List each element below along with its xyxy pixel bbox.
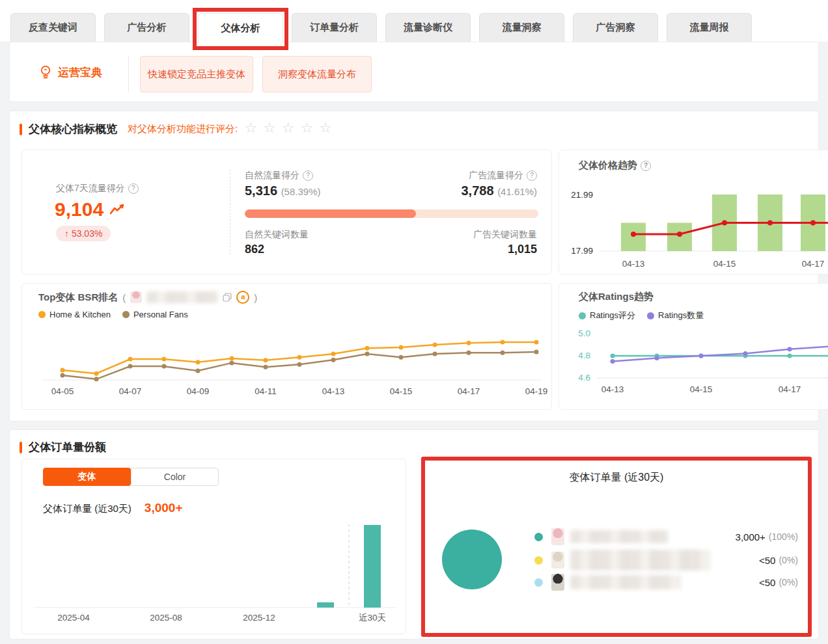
organic-score-label: 自然流量得分? xyxy=(245,170,313,181)
tab-ad-insight[interactable]: 广告洞察 xyxy=(573,13,658,42)
tab-order-volume-analysis[interactable]: 订单量分析 xyxy=(292,13,377,42)
svg-text:2025-04: 2025-04 xyxy=(57,613,90,623)
quick-lock-variant-button[interactable]: 快速锁定竞品主推变体 xyxy=(140,56,253,92)
core-metrics-title: 父体核心指标概览 xyxy=(29,122,117,137)
help-icon[interactable]: ? xyxy=(641,161,651,171)
operations-guide: 运营宝典 xyxy=(38,64,102,80)
svg-text:21.99: 21.99 xyxy=(571,190,593,200)
paren: ) xyxy=(254,292,257,303)
operations-guide-panel: 运营宝典 快速锁定竞品主推变体 洞察变体流量分布 xyxy=(9,42,819,102)
toolbar-divider xyxy=(128,55,129,92)
tab-label: 订单量分析 xyxy=(310,21,359,34)
page: 反查关键词 广告分析 父体分析 订单量分析 流量诊断仪 流量洞察 广告洞察 流量… xyxy=(0,0,828,644)
ad-keyword-value: 1,015 xyxy=(508,243,537,256)
svg-text:04-11: 04-11 xyxy=(255,386,277,396)
amazon-link-icon[interactable]: a xyxy=(236,291,249,304)
progress-fill xyxy=(245,209,416,218)
traffic-score-card: 父体7天流量得分? 9,104 ↑ 53.03% 自然流量得分? 广告流量得分?… xyxy=(21,150,552,275)
paren: ( xyxy=(122,292,126,303)
star-icon[interactable]: ☆ xyxy=(263,121,276,135)
help-icon[interactable]: ? xyxy=(527,170,537,181)
order-share-header: 父体订单量份额 xyxy=(20,440,106,455)
button-label: 快速锁定竞品主推变体 xyxy=(148,68,245,81)
tab-reverse-keyword-lookup[interactable]: 反查关键词 xyxy=(10,13,96,42)
svg-text:17.99: 17.99 xyxy=(571,246,593,256)
orders-bar-chart: 2025-042025-082025-12近30天 xyxy=(22,521,407,632)
variant-orders-pct: (0%) xyxy=(779,555,798,565)
tab-traffic-diagnostic[interactable]: 流量诊断仪 xyxy=(385,13,471,42)
title-text: 父体价格趋势 xyxy=(579,159,637,170)
legend-item-ratings-count: Ratings数量 xyxy=(647,310,704,321)
svg-text:04-15: 04-15 xyxy=(713,259,736,269)
core-metrics-header: 父体核心指标概览 对父体分析功能进行评分: ☆☆☆☆☆ xyxy=(20,122,338,137)
button-label: 洞察变体流量分布 xyxy=(278,68,356,81)
operations-guide-title: 运营宝典 xyxy=(58,65,102,80)
svg-text:04-17: 04-17 xyxy=(779,384,801,394)
star-icon[interactable]: ☆ xyxy=(319,121,332,135)
ad-score-value: 3,788 (41.61%) xyxy=(462,183,538,198)
label-text: 父体7天流量得分 xyxy=(56,183,125,193)
blurred-product-name xyxy=(570,530,668,543)
bsr-title-row: Top变体 BSR排名 ( a ) xyxy=(38,291,257,304)
traffic-split-progress xyxy=(245,209,538,218)
legend-dot xyxy=(534,556,543,565)
help-icon[interactable]: ? xyxy=(303,170,313,181)
parent-orders-value: 3,000+ xyxy=(145,501,183,515)
tab-label: 流量诊断仪 xyxy=(404,21,452,34)
toggle-variant[interactable]: 变体 xyxy=(43,468,131,486)
variant-orders-pie-chart xyxy=(442,530,502,589)
parent-orders-row: 父体订单量 (近30天) 3,000+ xyxy=(43,501,183,515)
toggle-label: 变体 xyxy=(78,471,96,483)
variant-traffic-distribution-button[interactable]: 洞察变体流量分布 xyxy=(262,56,372,92)
orders-toggle: 变体 Color xyxy=(43,468,219,486)
legend-label: Personal Fans xyxy=(133,310,188,319)
variant-orders-value: <50 xyxy=(759,555,775,566)
label-text: 自然流量得分 xyxy=(245,170,299,180)
trend-chart-icon[interactable] xyxy=(109,202,126,217)
label-text: 广告流量得分 xyxy=(469,170,523,180)
svg-text:04-13: 04-13 xyxy=(622,259,645,269)
svg-text:04-13: 04-13 xyxy=(601,384,624,394)
variant-orders-value: 3,000+ xyxy=(736,531,766,543)
tab-ad-analysis[interactable]: 广告分析 xyxy=(104,13,189,42)
value-pct: (41.61%) xyxy=(497,186,537,197)
tab-traffic-weekly-report[interactable]: 流量周报 xyxy=(667,13,752,42)
variant-orders-pct: (0%) xyxy=(779,577,798,587)
svg-text:5.0: 5.0 xyxy=(578,329,590,338)
blurred-product-name xyxy=(146,291,218,303)
tab-traffic-insight[interactable]: 流量洞察 xyxy=(479,13,564,42)
change-badge-text: ↑ 53.03% xyxy=(56,226,111,241)
tab-parent-analysis[interactable]: 父体分析 xyxy=(198,13,283,43)
lightbulb-icon xyxy=(38,64,53,80)
star-icon[interactable]: ☆ xyxy=(300,121,313,135)
svg-text:04-09: 04-09 xyxy=(187,386,210,396)
svg-text:04-17: 04-17 xyxy=(802,259,825,269)
variant-orders-value: <50 xyxy=(759,577,775,588)
ratings-trend-card: 父体Ratings趋势 Ratings评分 Ratings数量 5.04.84.… xyxy=(559,283,828,410)
legend-label: Ratings数量 xyxy=(658,310,704,321)
star-icon[interactable]: ☆ xyxy=(282,121,295,135)
ratings-trend-title: 父体Ratings趋势 xyxy=(579,291,654,303)
svg-text:04-19: 04-19 xyxy=(525,386,548,396)
svg-text:04-15: 04-15 xyxy=(390,386,413,396)
help-icon[interactable]: ? xyxy=(128,183,139,194)
traffic-score-label: 父体7天流量得分? xyxy=(56,183,139,195)
toggle-label: Color xyxy=(164,472,186,482)
variant-orders-pct: (100%) xyxy=(769,531,798,542)
rating-stars: ☆☆☆☆☆ xyxy=(244,121,338,135)
ratings-legend: Ratings评分 Ratings数量 xyxy=(579,310,704,321)
ad-score-label: 广告流量得分? xyxy=(469,170,537,181)
tab-label: 广告分析 xyxy=(128,21,167,34)
tab-label: 流量洞察 xyxy=(503,21,542,34)
parent-orders-label: 父体订单量 (近30天) xyxy=(43,503,131,515)
legend-label: Ratings评分 xyxy=(590,310,635,321)
legend-item-personal-fans: Personal Fans xyxy=(122,310,188,319)
section-accent-bar xyxy=(20,442,22,453)
toggle-color[interactable]: Color xyxy=(131,468,219,486)
copy-icon[interactable] xyxy=(223,293,232,302)
organic-score-value: 5,316 (58.39%) xyxy=(245,183,321,198)
traffic-score-value: 9,104 xyxy=(55,198,104,221)
star-icon[interactable]: ☆ xyxy=(244,121,257,135)
legend-dot xyxy=(579,312,586,319)
organic-keyword-value: 862 xyxy=(245,243,264,256)
